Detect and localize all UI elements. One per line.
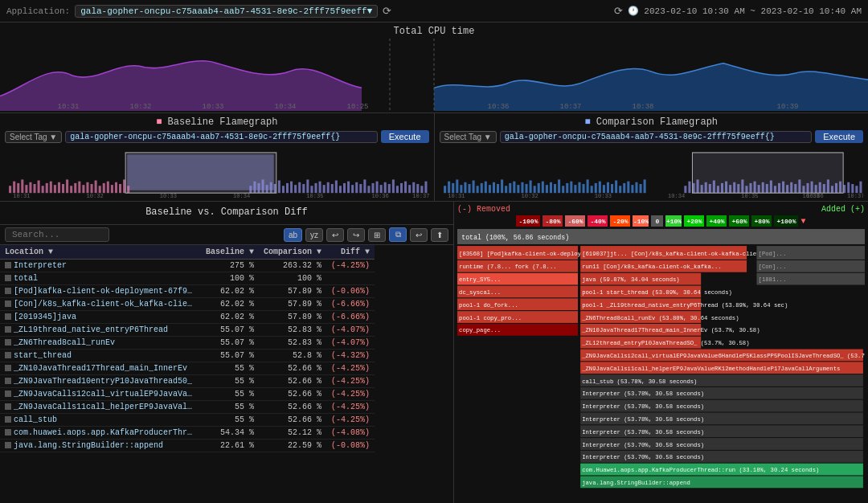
svg-text:java.lang.StringBuilder::appen: java.lang.StringBuilder::append (582, 480, 690, 486)
svg-text:10:36: 10:36 (371, 192, 388, 198)
table-row[interactable]: _ZL19thread_native_entryP6Thread55.07 %5… (0, 324, 375, 337)
baseline-panel-title: ■ Baseline Flamegraph (5, 117, 429, 128)
comparison-tag-input[interactable] (500, 131, 813, 143)
baseline-execute-button[interactable]: Execute (381, 130, 429, 143)
svg-rect-84 (412, 182, 415, 193)
svg-rect-60 (314, 183, 317, 193)
svg-text:java (59.87%, 34.04 seconds): java (59.87%, 34.04 seconds) (582, 276, 680, 283)
top-refresh-button[interactable]: ⟳ (614, 5, 623, 17)
cell-location: _ZN9JavaThread10entryP10JavaThread50_ (0, 375, 201, 388)
flame-svg: total (100%, 56.86 seconds) [83568] [Pod… (457, 229, 865, 500)
svg-rect-81 (400, 183, 403, 193)
toolbar-yz-button[interactable]: yz (305, 228, 323, 242)
flamegraph-row: ■ Baseline Flamegraph Select Tag ▼ Execu… (0, 113, 868, 202)
cell-location: total (0, 272, 201, 285)
svg-rect-68 (347, 182, 350, 194)
table-row[interactable]: _ZN9JavaThread10entryP10JavaThread50_55 … (0, 375, 375, 388)
svg-rect-131 (582, 184, 584, 193)
svg-text:10:38: 10:38 (633, 102, 654, 111)
table-row[interactable]: _ZN10JavaThread17Thread_main_InnerEv55 %… (0, 362, 375, 375)
svg-text:Interpreter (53.78%, 30.58 sec: Interpreter (53.78%, 30.58 seconds) (582, 416, 704, 423)
svg-rect-70 (355, 182, 358, 193)
table-row[interactable]: [Pod]kafka-client-ok-deployment-67f9f49c… (0, 285, 375, 298)
cell-comparison: 52.66 % (259, 362, 326, 375)
comparison-select-tag-button[interactable]: Select Tag ▼ (440, 131, 497, 143)
svg-rect-24 (50, 182, 52, 194)
toolbar-export-button[interactable]: ⬆ (431, 228, 448, 242)
table-row[interactable]: [Con]/k8s_kafka-client-ok_kafka-client-o… (0, 298, 375, 311)
toolbar-redo-button[interactable]: ↪ (347, 228, 365, 242)
table-row[interactable]: _ZN6Thread8call_runEv55.07 %52.83 %(-4.0… (0, 337, 375, 350)
svg-text:[1881...: [1881... (759, 276, 787, 283)
table-row[interactable]: _ZN9JavaCalls11call_helperEP9JavaValueRK… (0, 401, 375, 414)
table-row[interactable]: Interpreter275 %263.32 %(-4.25%) (0, 260, 375, 272)
cell-diff: (-4.25%) (326, 260, 375, 272)
svg-text:[Con]...: [Con]... (759, 264, 787, 270)
svg-rect-79 (392, 179, 395, 193)
cell-diff: (-6.66%) (326, 298, 375, 311)
svg-rect-120 (537, 183, 539, 193)
col-header-location[interactable]: Location ▼ (0, 245, 201, 260)
table-row[interactable]: start_thread55.07 %52.8 %(-4.32%) (0, 350, 375, 362)
table-row[interactable]: total100 %100 % (0, 272, 375, 285)
svg-rect-35 (95, 181, 97, 194)
svg-rect-143 (631, 185, 633, 193)
toolbar-icons: ab yz ↩ ↪ ⊞ ⧉ ↩ ⬆ (284, 227, 448, 242)
table-row[interactable]: java.lang.StringBuilder::append22.61 %22… (0, 440, 375, 452)
col-header-baseline[interactable]: Baseline ▼ (201, 245, 259, 260)
legend-10neg: -10% (633, 215, 649, 227)
cell-baseline: 55 % (201, 401, 259, 414)
app-id-selector[interactable]: gala-gopher-oncpu-c75aaab4-aab7-4531-8e9… (75, 5, 378, 18)
baseline-tag-input[interactable] (65, 131, 378, 143)
toolbar-copy-button[interactable]: ⧉ (389, 227, 407, 242)
search-input[interactable] (5, 227, 109, 242)
svg-rect-110 (497, 184, 499, 193)
svg-text:10:32: 10:32 (130, 102, 152, 111)
toolbar-ab-button[interactable]: ab (284, 228, 302, 242)
table-row[interactable]: com.huawei.aops.app.KafkaProducerThread:… (0, 427, 375, 440)
svg-rect-19 (29, 182, 31, 193)
table-row[interactable]: [2019345]java62.02 %57.89 %(-6.66%) (0, 311, 375, 324)
refresh-button[interactable]: ⟳ (383, 5, 391, 17)
row-indicator-icon (5, 288, 11, 294)
svg-rect-148 (688, 182, 690, 194)
svg-text:Interpreter (53.78%, 30.58 sec: Interpreter (53.78%, 30.58 seconds) (582, 429, 704, 436)
legend-100neg: -100% (516, 215, 540, 227)
col-header-diff[interactable]: Diff ▼ (326, 245, 375, 260)
col-header-comparison[interactable]: Comparison ▼ (259, 245, 326, 260)
diff-header: Baseline vs. Comparison Diff (0, 202, 453, 225)
comparison-panel-title: ■ Comparison Flamegraph (440, 117, 864, 128)
datetime-range: 🕐 2023-02-10 10:30 AM ~ 2023-02-10 10:40… (628, 6, 862, 16)
svg-rect-124 (554, 184, 556, 193)
svg-rect-123 (549, 182, 551, 193)
svg-rect-106 (480, 183, 482, 193)
cell-baseline: 55 % (201, 362, 259, 375)
toolbar-grid-button[interactable]: ⊞ (368, 228, 386, 242)
cell-baseline: 55.07 % (201, 324, 259, 337)
svg-text:10:37: 10:37 (560, 102, 582, 111)
baseline-select-tag-button[interactable]: Select Tag ▼ (5, 131, 62, 143)
table-row[interactable]: _ZN9JavaCalls12call_virtualEP9JavaValue6… (0, 388, 375, 401)
svg-text:pool-1 _ZL19thread_native_entr: pool-1 _ZL19thread_native_entryP6Thread … (582, 302, 788, 309)
legend-arrow: ▼ (800, 217, 805, 226)
svg-rect-67 (343, 183, 346, 193)
flame-content-area: total (100%, 56.86 seconds) [83568] [Pod… (457, 229, 865, 500)
svg-rect-21 (38, 181, 40, 194)
toolbar-back-button[interactable]: ↩ (410, 228, 428, 242)
cell-comparison: 100 % (259, 272, 326, 285)
row-indicator-icon (5, 262, 11, 268)
svg-rect-80 (396, 186, 399, 193)
svg-rect-28 (66, 179, 68, 193)
svg-rect-116 (521, 182, 523, 193)
toolbar-undo-button[interactable]: ↩ (326, 228, 344, 242)
svg-text:Interpreter (53.78%, 30.58 sec: Interpreter (53.78%, 30.58 seconds) (582, 403, 704, 410)
svg-rect-125 (558, 179, 560, 193)
svg-rect-128 (570, 182, 572, 194)
cell-location: Interpreter (0, 260, 201, 272)
svg-text:10:32: 10:32 (86, 192, 103, 198)
comparison-execute-button[interactable]: Execute (815, 130, 863, 143)
svg-text:10:31: 10:31 (13, 192, 31, 198)
comparison-dot: ■ (584, 117, 596, 128)
table-row[interactable]: call_stub55 %52.66 %(-4.25%) (0, 414, 375, 427)
cell-diff: (-4.07%) (326, 324, 375, 337)
